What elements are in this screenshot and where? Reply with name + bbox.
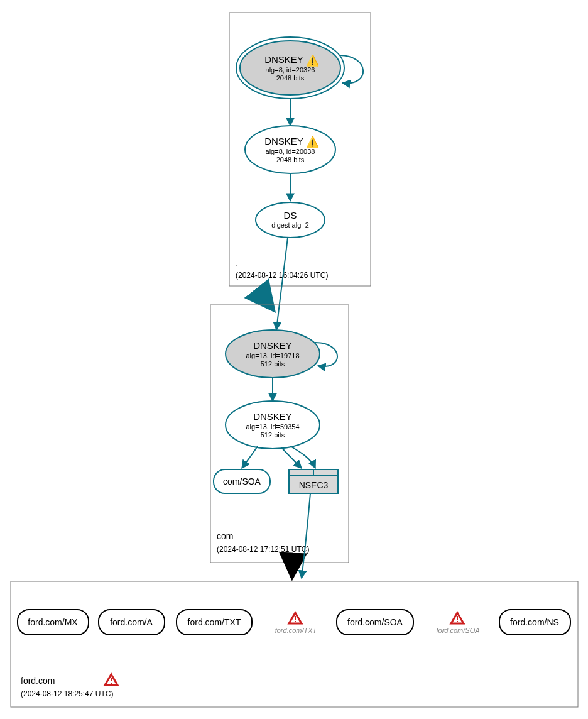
warning-icon: ⚠️ <box>306 54 320 67</box>
com-nsec3-node: NSEC3 <box>289 469 338 493</box>
dnssec-diagram: DNSKEY ⚠️ alg=8, id=20326 2048 bits DNSK… <box>0 0 588 719</box>
root-ds-title: DS <box>284 210 297 221</box>
ford-rec-6: ford.com/NS <box>510 617 559 627</box>
com-zone-timestamp: (2024-08-12 17:12:51 UTC) <box>217 545 309 554</box>
root-ds-alg: digest alg=2 <box>271 221 309 229</box>
error-icon <box>105 674 117 685</box>
svg-rect-28 <box>111 683 112 684</box>
error-icon <box>451 613 464 623</box>
svg-text:DNSKEY: DNSKEY <box>264 54 303 65</box>
svg-rect-22 <box>295 621 296 622</box>
com-nsec3-label: NSEC3 <box>299 480 329 490</box>
com-dnskey1-bits: 512 bits <box>261 360 285 368</box>
ford-ns-node: ford.com/NS <box>499 610 570 635</box>
root-dnskey2-title: DNSKEY <box>264 136 303 146</box>
root-zone-timestamp: (2024-08-12 16:04:26 UTC) <box>236 271 328 280</box>
com-dnskey1-alg: alg=13, id=19718 <box>246 352 299 360</box>
root-zone-label: . <box>236 258 238 268</box>
root-dnskey-ksk: DNSKEY ⚠️ alg=8, id=20326 2048 bits <box>236 37 363 99</box>
ford-zone-timestamp: (2024-08-12 18:25:47 UTC) <box>21 689 113 698</box>
root-ds: DS digest alg=2 <box>256 202 325 238</box>
svg-rect-17 <box>11 581 578 707</box>
zone-root: DNSKEY ⚠️ alg=8, id=20326 2048 bits DNSK… <box>229 13 371 286</box>
svg-rect-25 <box>457 621 458 622</box>
ford-rec-4: ford.com/SOA <box>347 617 403 627</box>
ford-rec-5: ford.com/SOA <box>436 627 479 634</box>
root-dnskey2-bits: 2048 bits <box>276 156 305 163</box>
ford-txt-node: ford.com/TXT <box>177 610 252 635</box>
root-dnskey1-alg: alg=8, id=20326 <box>266 66 315 74</box>
root-dnskey-zsk: DNSKEY ⚠️ alg=8, id=20038 2048 bits <box>245 126 335 173</box>
ford-rec-3: ford.com/TXT <box>275 627 318 634</box>
com-soa-node: com/SOA <box>214 469 270 493</box>
svg-rect-21 <box>295 616 296 620</box>
ford-rec-0: ford.com/MX <box>28 617 78 627</box>
svg-rect-24 <box>457 616 458 620</box>
zone-ford: ford.com/MX ford.com/A ford.com/TXT ford… <box>11 581 578 707</box>
root-dnskey1-bits: 2048 bits <box>276 74 305 82</box>
com-dnskey-zsk: DNSKEY alg=13, id=59354 512 bits <box>226 401 320 449</box>
warning-icon: ⚠️ <box>306 136 320 149</box>
ford-rec-1: ford.com/A <box>110 617 153 627</box>
root-dnskey2-alg: alg=8, id=20038 <box>266 148 315 155</box>
ford-mx-node: ford.com/MX <box>18 610 89 635</box>
svg-text:DNSKEY: DNSKEY <box>264 136 303 146</box>
ford-rec-2: ford.com/TXT <box>188 617 241 627</box>
zone-com: DNSKEY alg=13, id=19718 512 bits DNSKEY … <box>210 305 349 563</box>
com-dnskey2-alg: alg=13, id=59354 <box>246 423 299 431</box>
root-dnskey1-title: DNSKEY <box>264 54 303 65</box>
com-dnskey2-bits: 512 bits <box>261 431 285 439</box>
svg-rect-27 <box>111 678 112 681</box>
ford-soa-node: ford.com/SOA <box>337 610 413 635</box>
ford-a-node: ford.com/A <box>99 610 165 635</box>
ford-txt-error-node: ford.com/TXT <box>275 613 318 634</box>
com-dnskey1-title: DNSKEY <box>253 340 292 351</box>
com-dnskey-ksk: DNSKEY alg=13, id=19718 512 bits <box>226 330 337 378</box>
error-icon <box>289 613 302 623</box>
com-soa-label: com/SOA <box>223 476 261 486</box>
ford-zone-label: ford.com <box>21 676 55 686</box>
ford-soa-error-node: ford.com/SOA <box>436 613 479 634</box>
com-dnskey2-title: DNSKEY <box>253 411 292 422</box>
com-zone-label: com <box>217 531 233 541</box>
